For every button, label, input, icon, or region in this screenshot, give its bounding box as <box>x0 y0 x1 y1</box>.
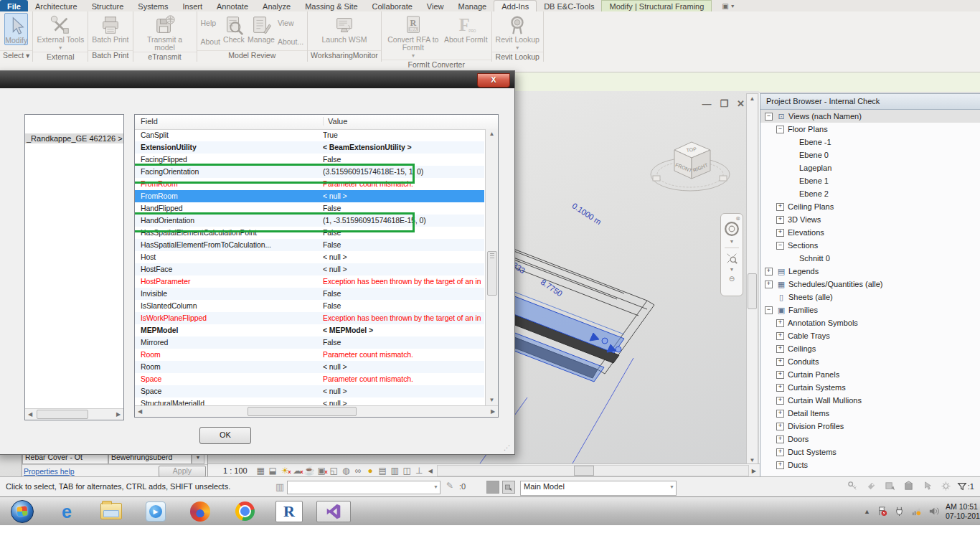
table-row[interactable]: ExtensionUtility< BeamExtensionUtility > <box>135 141 484 154</box>
expand-icon[interactable]: + <box>776 410 784 418</box>
collapse-icon[interactable]: − <box>776 126 784 133</box>
reveal-constraints-icon[interactable]: ⊥ <box>413 466 425 476</box>
ribbon-button-help[interactable]: Help <box>201 19 220 27</box>
ribbon-button-launch-wsm[interactable]: Launch WSM <box>321 13 367 44</box>
ribbon-button-modify[interactable]: Modify <box>4 13 28 45</box>
expand-icon[interactable]: + <box>765 268 773 276</box>
ribbon-button-revit-lookup[interactable]: Revit Lookup▼ <box>496 13 540 52</box>
column-header-value[interactable]: Value <box>323 117 347 126</box>
ribbon-panel-label[interactable]: Model Review <box>197 50 308 62</box>
tab-file[interactable]: File <box>0 0 28 11</box>
expand-icon[interactable]: + <box>776 371 784 379</box>
taskbar-item-visual-studio[interactable] <box>311 497 356 525</box>
scroll-right-icon[interactable]: ▶ <box>750 468 760 474</box>
table-vertical-scrollbar[interactable]: ▲ ▼ <box>485 129 498 405</box>
tray-clock[interactable]: AM 10:51 07-10-201 <box>946 502 980 521</box>
tab-insert[interactable]: Insert <box>175 0 209 11</box>
drag-elements-on-selection-icon[interactable] <box>922 481 933 493</box>
table-row[interactable]: HasSpatialElementCalculationPointFalse <box>135 227 484 239</box>
expand-icon[interactable]: + <box>776 461 784 469</box>
tab-add-ins[interactable]: Add-Ins <box>494 0 537 11</box>
start-button[interactable] <box>0 497 44 525</box>
tree-item-ebene-2[interactable]: Ebene 2 <box>760 187 980 200</box>
tab-systems[interactable]: Systems <box>131 0 175 11</box>
ribbon-button-transmit-a-model[interactable]: Transmit a model <box>137 13 193 52</box>
taskbar-item-firefox[interactable] <box>178 497 222 525</box>
volume-icon[interactable] <box>928 506 939 517</box>
tree-item-schnitt-0[interactable]: Schnitt 0 <box>760 252 980 265</box>
taskbar-item-internet-explorer[interactable]: e <box>44 497 89 525</box>
view-horizontal-scrollbar[interactable] <box>437 465 749 476</box>
visual-style-icon[interactable]: ⬓ <box>267 466 279 476</box>
hide-analytical-model-icon[interactable]: ◫ <box>401 466 413 476</box>
table-row[interactable]: RoomParameter count mismatch. <box>135 349 484 361</box>
show-crop-region-icon[interactable]: ◱ <box>328 466 340 476</box>
tree-item-curtain-panels[interactable]: +Curtain Panels <box>760 368 980 381</box>
select-underlay-elements-icon[interactable] <box>866 481 877 493</box>
tree-item-views-nach-namen-[interactable]: −⊡Views (nach Namen) <box>760 110 980 123</box>
tab-structure[interactable]: Structure <box>85 0 131 11</box>
expand-icon[interactable]: + <box>776 448 784 456</box>
tree-horizontal-scrollbar[interactable]: ◀ ▶ <box>25 408 123 420</box>
tree-item-annotation-symbols[interactable]: +Annotation Symbols <box>760 316 980 329</box>
properties-help-link[interactable]: Properties help <box>24 467 75 476</box>
tree-item-legends[interactable]: +▤Legends <box>760 265 980 278</box>
tree-item-floor-plans[interactable]: −Floor Plans <box>760 123 980 136</box>
restore-icon[interactable]: ❐ <box>720 98 728 109</box>
expand-icon[interactable]: + <box>776 423 784 430</box>
worksharing-display-icon[interactable]: ▤ <box>377 466 389 476</box>
table-row[interactable]: HostFace< null > <box>135 263 484 276</box>
zoom-dropdown-icon[interactable]: ▼ <box>730 267 735 272</box>
ribbon-panel-label[interactable]: Select ▾ <box>0 50 32 62</box>
table-row[interactable]: HandOrientation(1, -3.51596091574618E-15… <box>135 215 484 227</box>
ribbon-panel-label[interactable]: WorksharingMonitor <box>308 50 381 62</box>
tree-item-ducts[interactable]: +Ducts <box>760 458 980 471</box>
table-row[interactable]: InvisibleFalse <box>135 288 484 300</box>
table-row[interactable]: HasSpatialElementFromToCalculation...Fal… <box>135 239 484 251</box>
reveal-hidden-elements-icon[interactable]: ● <box>364 466 377 476</box>
apply-button[interactable]: Apply <box>159 466 206 477</box>
table-row[interactable]: StructuralMaterialId< null > <box>135 397 484 405</box>
scroll-thumb[interactable] <box>487 251 497 296</box>
table-row[interactable]: MirroredFalse <box>135 336 484 349</box>
project-browser-title[interactable]: Project Browser - Internal Check <box>760 94 980 110</box>
unlock-3d-view-icon[interactable]: ◍ <box>340 466 352 476</box>
ribbon-button-convert-rfa-to-formit[interactable]: RRFAConvert RFA to FormIt▼ <box>385 13 441 60</box>
ok-button[interactable]: OK <box>199 427 251 444</box>
tree-item-ebene-1[interactable]: Ebene -1 <box>760 136 980 149</box>
expand-icon[interactable]: + <box>776 345 784 353</box>
column-header-field[interactable]: Field <box>141 117 158 126</box>
ribbon-button-check[interactable]: Check <box>223 13 245 44</box>
tree-item-ebene-1[interactable]: Ebene 1 <box>760 174 980 187</box>
tree-item-sheets-alle-[interactable]: ▯Sheets (alle) <box>760 291 980 303</box>
dialog-titlebar[interactable] <box>0 71 514 88</box>
navbar-minimize-icon[interactable]: ⊖ <box>729 275 735 283</box>
table-row[interactable]: MEPModel< MEPModel > <box>135 324 484 336</box>
table-row[interactable]: HandFlippedFalse <box>135 202 484 215</box>
ribbon-panel-label[interactable]: Batch Print <box>88 50 132 62</box>
selection-settings-icon[interactable] <box>941 481 951 493</box>
taskbar-item-revit[interactable]: R <box>267 497 311 525</box>
viewcube[interactable]: TOP FRONT RIGHT <box>647 134 733 202</box>
ribbon-panel-label[interactable]: Revit Lookup <box>492 52 543 62</box>
scroll-up-icon[interactable]: ▲ <box>486 129 498 139</box>
table-row[interactable]: FacingFlippedFalse <box>135 154 484 166</box>
table-row[interactable]: Host< null > <box>135 251 484 263</box>
shadows-icon[interactable]: ☁ <box>291 466 303 476</box>
ribbon-button-manage[interactable]: Manage <box>248 13 275 44</box>
ribbon-button-batch-print[interactable]: Batch Print <box>92 13 128 44</box>
table-row[interactable]: FromRoom< null > <box>135 190 484 202</box>
expand-icon[interactable]: + <box>776 229 784 237</box>
expand-icon[interactable]: + <box>776 319 784 327</box>
temporary-hide-isolate-icon[interactable]: ∞ <box>352 466 364 476</box>
tree-item-families[interactable]: −▣Families <box>760 303 980 316</box>
navbar-close-icon[interactable]: ⊗ <box>735 215 740 222</box>
ribbon-button-about[interactable]: About <box>201 37 220 46</box>
scroll-left-icon[interactable]: ◀ <box>425 468 435 474</box>
tree-item-schedules-quantities-alle-[interactable]: +▦Schedules/Quantities (alle) <box>760 278 980 291</box>
tree-item-ceilings[interactable]: +Ceilings <box>760 342 980 355</box>
tree-item-duct-systems[interactable]: +Duct Systems <box>760 446 980 458</box>
tree-item-conduits[interactable]: +Conduits <box>760 355 980 368</box>
table-row[interactable]: IsSlantedColumnFalse <box>135 300 484 312</box>
ribbon-panel-label[interactable]: FormIt Converter <box>382 60 491 69</box>
